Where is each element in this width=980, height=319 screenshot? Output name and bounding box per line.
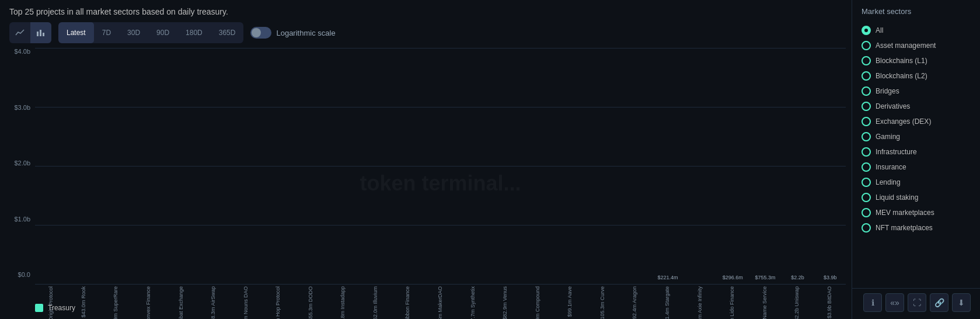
x-label-item: $43.0m Rook (68, 284, 100, 319)
time-btn-365d[interactable]: 365D (211, 22, 244, 43)
link-button[interactable]: 🔗 (930, 293, 948, 312)
sector-radio (862, 117, 871, 126)
download-button[interactable]: ⬇ (952, 293, 971, 312)
sector-radio (862, 71, 871, 81)
sector-label: Insurance (876, 163, 906, 171)
sector-item[interactable]: All (857, 23, 975, 38)
x-label-text: $99.1m Aave (567, 286, 573, 317)
bar-chart-button[interactable] (30, 22, 51, 43)
line-chart-button[interactable] (9, 22, 30, 43)
sector-radio (862, 193, 871, 202)
x-label-text: $44.9m SuperRare (113, 286, 118, 319)
sector-label: NFT marketplaces (876, 224, 933, 232)
sector-item[interactable]: MEV marketplaces (857, 205, 975, 220)
x-label-text: $50.8m Nouns DAO (243, 286, 249, 319)
x-label-text: $77.7m Synthetix (470, 286, 476, 319)
time-btn-180d[interactable]: 180D (177, 22, 211, 43)
fullscreen-button[interactable]: ⛶ (908, 293, 926, 312)
sector-radio (862, 162, 871, 172)
svg-rect-1 (40, 30, 41, 36)
x-label-item: $46.5m Wombat Exchange (165, 284, 197, 319)
log-scale-toggle[interactable] (250, 27, 271, 39)
sector-label: Asset management (876, 41, 936, 50)
sector-item[interactable]: Blockchains (L1) (857, 53, 975, 68)
x-label-item: $82.9m Venus (489, 284, 522, 319)
sector-radio (862, 41, 871, 50)
log-scale-label: Logarithmic scale (276, 29, 335, 37)
bar-value-label: $221.4m (657, 275, 678, 280)
sector-item[interactable]: NFT marketplaces (857, 220, 975, 235)
y-axis-label: $2.0b (0, 160, 35, 167)
x-label-item: $296.6m Lido Finance (716, 284, 749, 319)
y-axis-label: $4.0b (0, 48, 35, 55)
x-label-text: $2.2b Uniswap (794, 286, 800, 319)
sector-item[interactable]: Bridges (857, 84, 975, 99)
sector-radio (862, 178, 871, 187)
sector-label: Exchanges (DEX) (876, 117, 931, 126)
time-btn-30d[interactable]: 30D (119, 22, 148, 43)
sector-radio (862, 56, 871, 65)
sector-radio (862, 223, 871, 233)
embed-button[interactable]: «» (885, 293, 904, 312)
x-label-text: $62.0m Illuvium (373, 286, 378, 319)
y-axis-label: $1.0b (0, 216, 35, 223)
x-label-item: $3.9b BitDAO (814, 284, 846, 319)
sector-label: Blockchains (L1) (876, 57, 927, 65)
time-btn-7d[interactable]: 7D (94, 22, 119, 43)
sector-item[interactable]: Lending (857, 175, 975, 190)
x-label-text: $755.3m Ethereum Name Service (762, 286, 768, 319)
sector-item[interactable]: Insurance (857, 160, 975, 175)
x-label-item: $48.3m AirSwap (197, 284, 230, 319)
page-title: Top 25 projects in all market sectors ba… (0, 7, 852, 22)
bar-value-label: $3.9b (824, 275, 837, 280)
sector-radio (862, 132, 871, 141)
x-label-item: $221.4m Stargate (651, 284, 684, 319)
svg-rect-0 (37, 32, 39, 36)
sector-radio (862, 102, 871, 111)
sector-radio (862, 86, 871, 96)
sector-label: Bridges (876, 87, 899, 95)
x-label-item: $60.8m Instadapp (327, 284, 360, 319)
sector-label: Gaming (876, 133, 900, 141)
time-btn-90d[interactable]: 90D (148, 22, 177, 43)
sector-item[interactable]: Liquid staking (857, 190, 975, 205)
sector-item[interactable]: Derivatives (857, 99, 975, 114)
x-label-item: $2.2b Uniswap (781, 284, 814, 319)
x-label-text: $258.7m Axie Infinity (697, 286, 703, 319)
x-label-item: $192.4m Aragon (619, 284, 651, 319)
sector-item[interactable]: Gaming (857, 129, 975, 144)
x-label-text: $66.7m Ribbon Finance (405, 286, 410, 319)
x-label-item: $44.9m SuperRare (100, 284, 132, 319)
sector-label: Infrastructure (876, 148, 917, 156)
sector-label: MEV marketplaces (876, 209, 934, 217)
svg-rect-2 (43, 33, 44, 36)
sector-label: Liquid staking (876, 193, 918, 202)
x-label-item: $93.9m Compound (521, 284, 554, 319)
x-label-item: $66.7m Ribbon Finance (392, 284, 424, 319)
time-btn-latest[interactable]: Latest (58, 22, 94, 43)
legend-dot (35, 304, 43, 312)
y-axis-label: $3.0b (0, 104, 35, 111)
x-label-text: $3.9b BitDAO (827, 286, 832, 318)
x-label-text: $42.9m Origin Protocol (48, 286, 54, 319)
x-label-item: $45.5m Convex Finance (132, 284, 165, 319)
x-label-text: $48.3m AirSwap (211, 286, 216, 319)
x-label-text: $46.5m Wombat Exchange (179, 286, 184, 319)
bar-value-label: $2.2b (791, 275, 804, 280)
sector-item[interactable]: Asset management (857, 38, 975, 53)
panel-title: Market sectors (852, 7, 980, 23)
sector-item[interactable]: Blockchains (L2) (857, 68, 975, 84)
x-label-item: $755.3m Ethereum Name Service (748, 284, 781, 319)
x-label-item: $258.7m Axie Infinity (683, 284, 716, 319)
x-label-text: $54.7m Hop Protocol (275, 286, 281, 319)
x-label-text: $192.4m Aragon (632, 286, 637, 319)
info-button[interactable]: ℹ (863, 293, 882, 312)
sector-item[interactable]: Infrastructure (857, 144, 975, 160)
sector-item[interactable]: Exchanges (DEX) (857, 114, 975, 129)
x-label-text: $43.0m Rook (81, 286, 86, 318)
x-label-item: $42.9m Origin Protocol (35, 284, 68, 319)
x-label-text: $221.4m Stargate (665, 286, 670, 319)
x-label-text: $105.3m Curve (600, 286, 605, 319)
sector-label: Derivatives (876, 102, 910, 110)
x-label-text: $45.5m Convex Finance (146, 286, 151, 319)
